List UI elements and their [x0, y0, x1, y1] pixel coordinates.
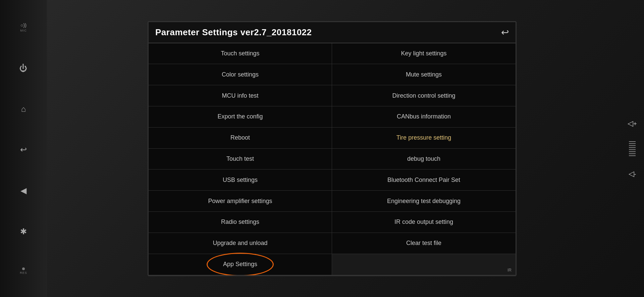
setting-touch-test[interactable]: Touch test [149, 149, 332, 170]
res-icon: RES [20, 267, 27, 275]
setting-reboot[interactable]: Reboot [149, 128, 332, 149]
left-panel: ○)) MIC ⏻ ⌂ ↩ ◀ ✱ RES [0, 0, 47, 297]
power-icon[interactable]: ⏻ [19, 63, 28, 73]
volume-indicator [629, 141, 636, 156]
bluetooth-icon[interactable]: ✱ [20, 227, 27, 236]
setting-direction-control[interactable]: Direction control setting [332, 85, 516, 106]
volume-up-button[interactable]: ◁+ [628, 119, 637, 128]
setting-touch-settings[interactable]: Touch settings [149, 43, 332, 64]
right-volume-controls: ◁+ ◁- [624, 0, 641, 297]
setting-engineering-test[interactable]: Engineering test debugging [332, 191, 516, 212]
setting-empty [332, 254, 516, 275]
page-title: Parameter Settings ver2.7_20181022 [155, 27, 312, 38]
setting-upgrade-unload[interactable]: Upgrade and unload [149, 233, 332, 254]
setting-export-config[interactable]: Export the config [149, 106, 332, 128]
setting-tire-pressure[interactable]: Tire pressure setting [332, 128, 516, 149]
settings-grid: Touch settings Key light settings Color … [149, 43, 516, 275]
device-outer: ○)) MIC ⏻ ⌂ ↩ ◀ ✱ RES Parameter Settings… [0, 0, 644, 297]
home-icon[interactable]: ⌂ [21, 104, 26, 114]
setting-radio-settings[interactable]: Radio settings [149, 212, 332, 233]
header: Parameter Settings ver2.7_20181022 ↩ [149, 22, 516, 43]
screen-inner: Parameter Settings ver2.7_20181022 ↩ Tou… [149, 22, 516, 275]
ir-label: IR [507, 268, 512, 273]
volume-down-button[interactable]: ◁- [629, 169, 636, 178]
back-button[interactable]: ↩ [501, 27, 509, 38]
setting-power-amplifier[interactable]: Power amplifier settings [149, 191, 332, 212]
setting-app-settings[interactable]: App Settings [149, 254, 332, 275]
arrow-icon[interactable]: ◀ [20, 186, 26, 195]
setting-ir-code[interactable]: IR code output setting [332, 212, 516, 233]
setting-color-settings[interactable]: Color settings [149, 64, 332, 85]
setting-key-light-settings[interactable]: Key light settings [332, 43, 516, 64]
screen: Parameter Settings ver2.7_20181022 ↩ Tou… [148, 21, 517, 276]
setting-mute-settings[interactable]: Mute settings [332, 64, 516, 85]
mic-icon: ○)) MIC [20, 22, 27, 32]
setting-clear-test-file[interactable]: Clear test file [332, 233, 516, 254]
setting-bluetooth-connect[interactable]: Bluetooth Connect Pair Set [332, 169, 516, 191]
setting-mcu-info-test[interactable]: MCU info test [149, 85, 332, 106]
setting-debug-touch[interactable]: debug touch [332, 149, 516, 170]
back-nav-icon[interactable]: ↩ [20, 145, 27, 154]
setting-canbus-info[interactable]: CANbus information [332, 106, 516, 128]
setting-usb-settings[interactable]: USB settings [149, 169, 332, 191]
